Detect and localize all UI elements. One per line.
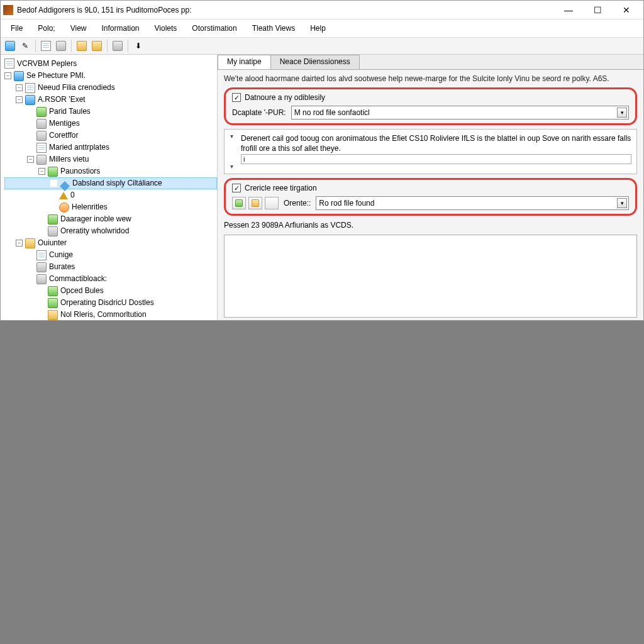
- output-box[interactable]: [224, 235, 637, 318]
- menu-file[interactable]: File: [3, 21, 30, 35]
- tree-item-label: Orperating DisdricU Dostles: [60, 297, 154, 308]
- dcaplate-combo[interactable]: M no rod file sonfaoticl ▾: [291, 106, 629, 119]
- checkbox-datnoure[interactable]: ✓: [232, 93, 241, 102]
- orange-icon: [59, 203, 69, 213]
- tree-item[interactable]: Nol Rleris, Commorltution: [4, 309, 217, 320]
- scroll-down-icon[interactable]: ▾: [227, 162, 236, 171]
- minimize-button[interactable]: —: [554, 1, 583, 19]
- menu-view[interactable]: View: [63, 21, 94, 35]
- orente-combo[interactable]: Ro rod file found ▾: [316, 196, 629, 210]
- tree-item-label: Burates: [49, 262, 75, 272]
- tree-item-label: Commactibloack:: [49, 274, 107, 284]
- tree-item-label: A.RSOR 'Exet: [38, 94, 86, 105]
- tree-root-label: VCRVBM Peplers: [17, 59, 77, 68]
- close-button[interactable]: ✕: [612, 1, 641, 19]
- tree-item[interactable]: Helenritles: [4, 201, 217, 213]
- checkbox-crericle-label: Crericle reee tirgation: [245, 184, 317, 192]
- menu-help[interactable]: Help: [303, 21, 333, 35]
- folder-icon: [25, 238, 35, 248]
- green-icon: [36, 107, 47, 117]
- expander-blank: [38, 216, 45, 223]
- dcaplate-label: Dcaplate '-PUR:: [232, 108, 286, 117]
- menu-otorstimation[interactable]: Otorstimation: [184, 21, 244, 35]
- tree-item[interactable]: Daarager inoble wew: [4, 213, 217, 225]
- folder-icon[interactable]: [75, 39, 89, 53]
- tree-item-label: Millers vietu: [49, 154, 89, 165]
- menu-violets[interactable]: Violets: [147, 21, 185, 35]
- collapse-icon[interactable]: −: [16, 84, 23, 91]
- grey-icon: [36, 262, 47, 272]
- menu-tleath-views[interactable]: Tleath Views: [245, 21, 303, 35]
- highlight-section-1: ✓ Datnoure a ny odiblesily Dcaplate '-PU…: [224, 87, 637, 125]
- folder-open-icon[interactable]: [90, 39, 104, 53]
- tree-item[interactable]: Commactibloack:: [4, 273, 217, 285]
- window-controls: — ☐ ✕: [554, 1, 641, 19]
- tree-item[interactable]: −A.RSOR 'Exet: [4, 94, 217, 106]
- tree-item-label: Ouiunter: [38, 238, 67, 248]
- tree-item[interactable]: Oreratity wholwridod: [4, 225, 217, 237]
- tree-item[interactable]: Opced Bules: [4, 285, 217, 297]
- menu-polo[interactable]: Polo;: [30, 21, 62, 35]
- collapse-icon[interactable]: −: [16, 240, 23, 247]
- tree-item[interactable]: −Neeud Filia crenodieds: [4, 82, 217, 94]
- user-icon[interactable]: [54, 39, 68, 53]
- tree-item[interactable]: Dabsland sisply Ciltáliance: [4, 177, 217, 189]
- tab-neace[interactable]: Neace Diienssioness: [270, 55, 360, 69]
- tree-item-label: Dabsland sisply Ciltáliance: [72, 178, 162, 189]
- tree-item-label: Mentiges: [49, 118, 80, 129]
- chevron-down-icon[interactable]: ▾: [617, 108, 627, 118]
- green-icon: [48, 214, 58, 225]
- tree-item[interactable]: Parid Taules: [4, 106, 217, 118]
- tree-item[interactable]: −Ouiunter: [4, 237, 217, 249]
- menu-information[interactable]: Information: [94, 21, 147, 35]
- mini-blank-icon[interactable]: [265, 197, 279, 209]
- green-icon: [48, 167, 58, 177]
- description-text: We'te alood haormane dairted los alvd so…: [224, 74, 637, 84]
- tree-item[interactable]: Coretffor: [4, 130, 217, 142]
- blue-icon: [25, 95, 35, 105]
- tree-item[interactable]: Cunige: [4, 249, 217, 261]
- tree-item[interactable]: Orperating DisdricU Dostles: [4, 297, 217, 309]
- download-icon[interactable]: ⬇: [131, 39, 145, 53]
- maximize-button[interactable]: ☐: [583, 1, 612, 19]
- tree-item[interactable]: −Paunostiors: [4, 165, 217, 177]
- tree-item-label: 0: [70, 190, 75, 201]
- layers-icon[interactable]: [111, 39, 125, 53]
- tree-item-label: Helenritles: [72, 202, 108, 213]
- info-scroll-block[interactable]: ▾ ▾ Derenert cail god tooug con aronimat…: [224, 129, 637, 174]
- diamond-icon: [60, 176, 70, 186]
- expander-blank: [27, 108, 34, 115]
- new-icon[interactable]: [3, 39, 17, 53]
- tree-item[interactable]: −Se Phecture PMI.: [4, 70, 217, 82]
- main-window: Bedof Addigorers is 9L0, 151 irs Puditom…: [0, 0, 644, 321]
- collapse-icon[interactable]: −: [4, 72, 11, 79]
- mini-toolbar: [232, 197, 279, 209]
- tree-root[interactable]: VCRVBM Peplers: [1, 57, 217, 70]
- green-icon: [48, 298, 58, 308]
- dcaplate-combo-value: M no rod file sonfaoticl: [294, 108, 370, 117]
- content-area: VCRVBM Peplers −Se Phecture PMI.−Neeud F…: [1, 55, 643, 320]
- clipboard-icon[interactable]: [39, 39, 53, 53]
- collapse-icon[interactable]: −: [16, 96, 23, 103]
- wizard-icon[interactable]: ✎: [18, 39, 32, 53]
- grey-icon: [48, 226, 58, 236]
- info-badge[interactable]: i: [241, 154, 631, 165]
- collapse-icon[interactable]: −: [27, 156, 34, 163]
- tree-item-label: Coretffor: [49, 130, 78, 141]
- tree-item[interactable]: 0: [4, 189, 217, 201]
- chevron-down-icon[interactable]: ▾: [617, 198, 627, 208]
- mini-folder-icon[interactable]: [248, 197, 262, 209]
- tab-my-inatipe[interactable]: My inatipe: [218, 55, 271, 69]
- scroll-up-icon[interactable]: ▾: [227, 132, 236, 141]
- mini-tree-icon[interactable]: [232, 197, 246, 209]
- tree-item[interactable]: Mentiges: [4, 118, 217, 130]
- checkbox-crericle[interactable]: ✓: [232, 184, 241, 192]
- status-line: Pessen 23 9089A Arfiurianls as VCDS.: [224, 219, 637, 231]
- separator-icon: [107, 40, 108, 52]
- tree-item[interactable]: Burates: [4, 261, 217, 273]
- tree-item[interactable]: Maried anttrplates: [4, 142, 217, 153]
- tree-pane[interactable]: VCRVBM Peplers −Se Phecture PMI.−Neeud F…: [1, 55, 218, 320]
- tree-item[interactable]: −Millers vietu: [4, 153, 217, 165]
- grey-icon: [36, 119, 47, 129]
- collapse-icon[interactable]: −: [38, 168, 45, 175]
